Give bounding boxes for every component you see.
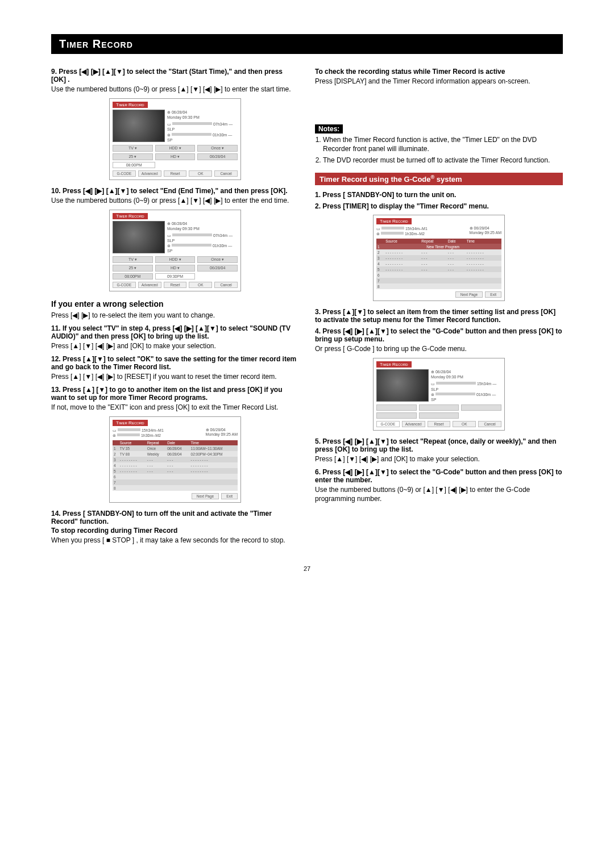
field-hdd: HDD ▾ [155,145,196,152]
fig-btn-adv: Advanced [138,282,161,288]
table-row: 8 [113,485,238,491]
preview-image [376,369,429,402]
gcode-step-1: 1. Press [ STANDBY-ON] to turn the unit … [315,191,563,199]
fig-date: 06/28/04 [435,370,451,374]
col-time: Time [466,239,501,244]
figure-title: Timer Record [113,213,148,219]
col-date: Date [166,440,189,445]
table-row: 3- - - - - - - -- - -- - -- - - - - - - … [376,255,501,261]
fig-btn-next: Next Page [192,493,219,499]
timer-menu-table: Source Repeat Date Time 1New Timer Progr… [376,239,501,289]
fig-list-date: 06/28/04 [474,226,489,230]
gcode-field [376,404,417,411]
wrong-selection-heading: If you enter a wrong selection [51,299,299,308]
table-row: 4- - - - - - - -- - -- - -- - - - - - - … [376,261,501,266]
gcode-step-4-body: Or press [ G-Code ] to bring up the G-Co… [315,344,563,353]
col-source: Source [384,239,420,244]
fig-btn-cancel: Cancel [214,170,238,177]
table-row: 6 [376,272,501,278]
field-start-time: 08:00PM [113,162,155,168]
figure-title: Timer Record [376,361,412,368]
gcode-field [376,412,417,419]
table-row: 7 [376,278,501,283]
step-12-title: 12. Press [▲][▼] to select "OK" to save … [51,355,299,371]
step-14-title: 14. Press [ STANDBY-ON] to turn off the … [51,510,299,525]
field-ch: 25 ▾ [113,153,153,160]
col-time: Time [190,440,238,445]
field-hd: HD ▾ [155,265,196,272]
figure-title: Timer Record [113,102,148,108]
fig-btn-ok: OK [189,170,212,177]
preview-image [113,221,165,253]
preview-image [113,110,165,142]
table-row: 5- - - - - - - -- - -- - -- - - - - - - … [113,468,238,474]
stop-recording-heading: To stop recording during Timer Record [51,527,299,535]
stop-recording-body: When you press [ ■ STOP ] , it may take … [51,536,299,545]
table-row-selected: 1New Timer Program [376,244,501,249]
page-number: 27 [51,565,563,572]
field-ch: 25 ▾ [113,265,153,272]
field-source: TV ▾ [113,256,153,263]
field-source: TV ▾ [113,145,153,152]
fig-m2: 1h30m–M2 [405,232,425,236]
fig-list-date: 06/28/04 [210,428,226,432]
fig-btn-ok: OK [189,282,212,288]
gcode-step-6-body: Use the numbered buttons (0~9) or [▲] [▼… [315,485,563,503]
two-column-layout: 9. Press [◀] [▶] [▲][▼] to select the "S… [51,64,563,549]
field-repeat: Once ▾ [197,256,238,263]
section-title: Timer Record [51,34,563,54]
field-end: 06/28/04 [197,153,238,160]
field-start-time: 08:00PM [113,273,153,279]
fig-btn-gcode: G-CODE [113,282,136,288]
fig-btn-adv: Advanced [138,170,161,177]
step-9-body: Use the numbered buttons (0~9) or press … [51,85,299,94]
field-repeat: Once ▾ [197,145,238,152]
fig-btn-adv: Advanced [402,421,425,427]
table-row: 2- - - - - - - -- - -- - -- - - - - - - … [376,249,501,255]
wrong-selection-body: Press [◀] [▶] to re-select the item you … [51,311,299,320]
notes-list: When the Timer Record function is active… [323,135,563,165]
figure-timer-menu: Timer Record ▭ 15h34m–M1 ⊚ 1h30m–M2 ⊕ 06… [315,215,563,301]
fig-btn-gcode: G-CODE [113,170,136,177]
gcode-field [461,404,501,411]
step-11-title: 11. If you select "TV" in step 4, press … [51,324,299,340]
field-end-time: 09:30PM [155,273,196,279]
fig-btn-exit: Exit [221,493,238,499]
fig-btn-ok: OK [453,421,476,427]
gcode-step-6: 6. Press [◀] [▶] [▲][▼] to select the "G… [315,468,563,484]
fig-btn-reset: Reset [428,421,451,427]
fig-date: 06/28/04 [172,110,187,114]
col-repeat: Repeat [420,239,446,244]
col-source: Source [119,440,146,445]
fig-btn-gcode-selected: G-CODE [376,421,400,427]
table-row: 8 [376,283,501,289]
gcode-field [419,412,459,419]
right-column: To check the recording status while Time… [315,64,563,549]
col-repeat: Repeat [146,440,167,445]
step-13-body: If not, move to the "EXIT" icon and pres… [51,403,299,412]
field-hdd: HDD ▾ [155,256,196,263]
gcode-field [419,404,459,411]
table-row: 7 [113,479,238,485]
field-end: 06/28/04 [197,265,238,272]
fig-daytime: Monday 09:30 PM [431,374,501,379]
col-date: Date [447,239,466,244]
fig-btn-next: Next Page [455,291,483,298]
fig-m1: 15h34m–M1 [142,428,164,432]
step-11-body: Press [▲] [▼] [◀] [▶] and [OK] to make y… [51,341,299,350]
figure-title: Timer Record [376,218,412,224]
fig-btn-cancel: Cancel [214,282,238,288]
table-row: 1 TV 35Once06/28/0411:00AM~11:30AM [113,445,238,451]
fig-btn-exit: Exit [485,291,501,298]
table-row: 4- - - - - - - -- - -- - -- - - - - - - … [113,462,238,468]
figure-title: Timer Record [113,420,148,426]
fig-btn-reset: Reset [164,170,187,177]
note-2: The DVD recorder must be turned off to a… [323,156,563,165]
notes-label: Notes: [315,124,343,133]
step-10-title: 10. Press [◀] [▶] [▲][▼] to select "End … [51,187,299,195]
figure-timer-end: Timer Record ⊕ 06/28/04 Monday 09:30 PM … [51,210,299,291]
fig-m1: 15h34m–M1 [405,227,428,231]
gcode-step-3: 3. Press [▲][▼] to select an item from t… [315,308,563,324]
table-row: 2 TV 88Weekly06/28/0402:00PM~04:30PM [113,451,238,457]
fig-list-dt: Monday 09:25 AM [206,432,238,436]
